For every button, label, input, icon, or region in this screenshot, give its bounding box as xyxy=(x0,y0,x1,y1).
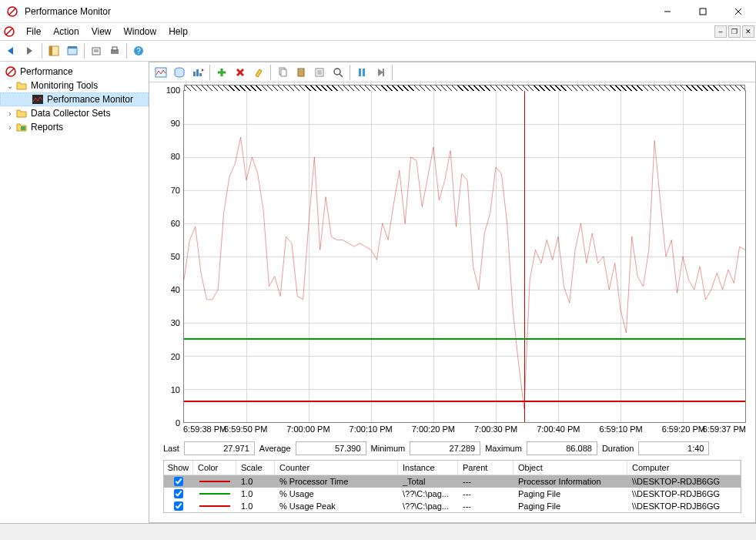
stat-last-value: 27.971 xyxy=(184,441,255,455)
col-color[interactable]: Color xyxy=(193,461,236,475)
forward-button[interactable] xyxy=(22,42,38,59)
main-toolbar: ? xyxy=(0,40,756,62)
paste-button[interactable] xyxy=(293,64,309,81)
tree-label: Monitoring Tools xyxy=(31,80,98,91)
expand-icon[interactable]: › xyxy=(5,108,15,119)
tree-label: Data Collector Sets xyxy=(31,108,110,119)
change-graph-type-button[interactable] xyxy=(189,64,206,81)
x-tick: 6:59:20 PM xyxy=(662,424,705,434)
parent-cell: --- xyxy=(458,501,513,511)
object-cell: Processor Information xyxy=(513,477,627,486)
tree-node-reports[interactable]: › Reports xyxy=(0,120,149,134)
export-button[interactable] xyxy=(88,42,105,59)
add-counter-button[interactable] xyxy=(213,64,230,81)
x-tick: 6:59:38 PM xyxy=(183,424,226,434)
svg-rect-25 xyxy=(193,72,196,76)
counter-table[interactable]: Show Color Scale Counter Instance Parent… xyxy=(163,460,741,513)
view-log-data-button[interactable] xyxy=(171,64,188,81)
show-checkbox[interactable] xyxy=(174,489,183,498)
statusbar xyxy=(0,523,756,540)
folder-icon xyxy=(15,79,28,92)
close-button[interactable] xyxy=(721,0,756,23)
maximize-button[interactable] xyxy=(685,0,721,23)
tree-node-monitoring-tools[interactable]: ⌄ Monitoring Tools xyxy=(0,79,149,92)
expand-icon[interactable]: › xyxy=(5,122,15,132)
plot[interactable] xyxy=(183,90,746,423)
tree-node-data-collector-sets[interactable]: › Data Collector Sets xyxy=(0,106,149,120)
properties-button[interactable] xyxy=(311,64,328,81)
console-tree[interactable]: Performance ⌄ Monitoring Tools Performan… xyxy=(0,62,149,523)
window-title: Performance Monitor xyxy=(25,6,650,17)
table-row[interactable]: 1.0% Usage Peak\??\C:\pag...---Paging Fi… xyxy=(164,500,741,512)
computer-cell: \\DESKTOP-RDJB6GG xyxy=(627,489,741,498)
expand-icon[interactable]: ⌄ xyxy=(5,80,15,91)
menu-file[interactable]: File xyxy=(20,25,47,39)
stat-max-value: 86.088 xyxy=(527,441,597,455)
stat-max-label: Maximum xyxy=(485,444,522,453)
scale-cell: 1.0 xyxy=(236,489,275,498)
col-show[interactable]: Show xyxy=(164,461,193,475)
instance-cell: \??\C:\pag... xyxy=(398,489,458,498)
col-object[interactable]: Object xyxy=(513,461,627,475)
x-tick: 6:59:37 PM xyxy=(703,424,746,434)
svg-line-41 xyxy=(340,74,343,77)
details-pane: 1009080706050403020100 6:59:38 PM6:59:50… xyxy=(149,62,756,523)
view-current-activity-button[interactable] xyxy=(152,64,169,81)
mdi-minimize-button[interactable]: – xyxy=(714,25,727,38)
tree-label: Performance xyxy=(20,66,73,77)
new-window-button[interactable] xyxy=(64,42,81,59)
minimize-button[interactable] xyxy=(650,0,685,23)
y-tick: 20 xyxy=(171,352,180,361)
show-hide-console-tree-button[interactable] xyxy=(45,42,62,59)
reports-icon xyxy=(15,121,28,133)
svg-rect-9 xyxy=(49,46,52,55)
svg-line-7 xyxy=(6,29,12,35)
menu-action[interactable]: Action xyxy=(47,25,85,39)
col-computer[interactable]: Computer xyxy=(627,461,741,475)
back-button[interactable] xyxy=(3,42,20,59)
titlebar: Performance Monitor xyxy=(0,0,756,23)
col-counter[interactable]: Counter xyxy=(275,461,398,475)
freeze-display-button[interactable] xyxy=(353,64,370,81)
svg-rect-10 xyxy=(68,48,77,55)
zoom-button[interactable] xyxy=(329,64,346,81)
tree-node-performance[interactable]: Performance xyxy=(0,65,149,79)
object-cell: Paging File xyxy=(513,489,627,498)
y-tick: 40 xyxy=(171,285,180,294)
col-instance[interactable]: Instance xyxy=(398,461,458,475)
highlight-button[interactable] xyxy=(250,64,267,81)
x-tick: 7:00:30 PM xyxy=(474,424,517,434)
svg-rect-3 xyxy=(700,8,706,15)
counter-table-header[interactable]: Show Color Scale Counter Instance Parent… xyxy=(164,461,741,475)
stats-row: Last 27.971 Average 57.390 Minimum 27.28… xyxy=(159,437,746,460)
x-tick: 7:00:10 PM xyxy=(350,424,393,434)
menu-window[interactable]: Window xyxy=(118,25,163,39)
print-button[interactable] xyxy=(106,42,123,59)
folder-icon xyxy=(15,107,28,119)
menu-view[interactable]: View xyxy=(85,25,118,39)
mdi-close-button[interactable]: ✕ xyxy=(742,25,754,38)
app-icon-small xyxy=(3,25,15,38)
y-tick: 50 xyxy=(171,252,180,261)
show-checkbox[interactable] xyxy=(174,501,183,511)
delete-counter-button[interactable] xyxy=(232,64,249,81)
app-icon xyxy=(6,5,18,18)
x-tick: 6:59:50 PM xyxy=(224,424,267,434)
col-scale[interactable]: Scale xyxy=(236,461,275,475)
perfmon-icon xyxy=(32,93,44,106)
table-row[interactable]: 1.0% Processor Time_Total---Processor In… xyxy=(164,475,741,488)
color-cell xyxy=(193,481,236,482)
mdi-restore-button[interactable]: ❐ xyxy=(728,25,741,38)
svg-rect-42 xyxy=(359,69,361,76)
tree-node-performance-monitor[interactable]: Performance Monitor xyxy=(0,92,149,106)
update-data-button[interactable] xyxy=(372,64,389,81)
tree-label: Performance Monitor xyxy=(47,94,133,105)
col-parent[interactable]: Parent xyxy=(458,461,513,475)
help-button[interactable]: ? xyxy=(130,42,147,59)
y-tick: 30 xyxy=(171,318,180,327)
y-axis: 1009080706050403020100 xyxy=(159,90,183,423)
table-row[interactable]: 1.0% Usage\??\C:\pag...---Paging File\\D… xyxy=(164,488,741,500)
copy-button[interactable] xyxy=(274,64,291,81)
show-checkbox[interactable] xyxy=(174,477,183,486)
menu-help[interactable]: Help xyxy=(162,25,194,39)
